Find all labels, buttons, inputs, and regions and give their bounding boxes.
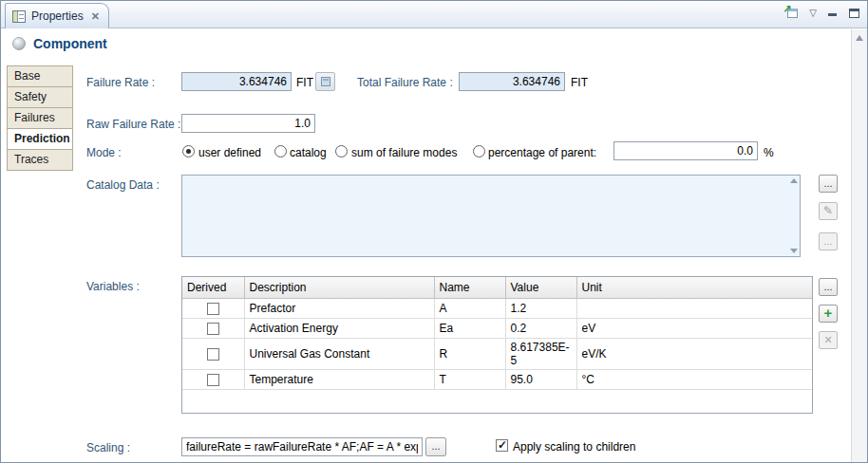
view-tabbar: Properties ✕ ↗ ▽ (1, 1, 867, 28)
derived-checkbox[interactable] (207, 374, 219, 386)
cell-unit[interactable] (576, 298, 812, 318)
sidebar-tab-safety[interactable]: Safety (7, 86, 73, 108)
scroll-up-icon[interactable] (790, 178, 798, 183)
cell-name[interactable]: R (434, 338, 505, 369)
cell-value[interactable]: 1.2 (505, 298, 576, 318)
catalog-data-textarea[interactable] (181, 175, 801, 257)
cell-unit[interactable]: eV/K (576, 338, 812, 369)
add-icon: + (824, 305, 833, 321)
apply-scaling-label: Apply scaling to children (513, 440, 635, 454)
apply-scaling-checkbox[interactable] (496, 439, 508, 452)
mode-label: Mode : (86, 146, 122, 159)
scroll-down-icon[interactable] (790, 249, 798, 253)
col-header-unit[interactable]: Unit (576, 277, 812, 298)
tab-properties-label: Properties (31, 9, 84, 23)
sidebar-tab-prediction[interactable]: Prediction (7, 128, 73, 150)
cell-unit[interactable]: °C (576, 369, 812, 389)
cell-description[interactable]: Prefactor (244, 298, 434, 318)
add-variable-button[interactable]: + (819, 305, 838, 323)
maximize-icon[interactable] (849, 9, 859, 18)
total-failure-rate-unit: FIT (571, 76, 588, 89)
scaling-edit-button[interactable]: ... (425, 437, 446, 456)
total-failure-rate-field[interactable] (459, 72, 565, 91)
catalog-data-area (181, 175, 801, 257)
scaling-field[interactable] (181, 437, 423, 456)
scrollbar-up-icon[interactable] (856, 35, 863, 41)
radio-sum-of-failure-modes[interactable] (335, 145, 348, 157)
window-arrow-icon[interactable]: ↗ (783, 7, 798, 19)
delete-variable-button[interactable]: ✕ (819, 331, 838, 349)
copy-failure-rate-button[interactable] (315, 72, 335, 91)
radio-catalog[interactable] (274, 145, 287, 157)
properties-view-window: Properties ✕ ↗ ▽ Component Base Safety F… (0, 0, 868, 463)
derived-checkbox[interactable] (207, 303, 219, 315)
failure-rate-unit: FIT (296, 76, 313, 89)
delete-icon: ✕ (823, 334, 832, 345)
radio-catalog-label: catalog (290, 146, 327, 159)
table-row[interactable]: Activation Energy Ea 0.2 eV (182, 318, 812, 338)
cell-name[interactable]: A (434, 298, 505, 318)
cell-value[interactable]: 95.0 (505, 369, 576, 389)
variables-more-button[interactable]: ... (819, 278, 838, 296)
sidebar-tab-base[interactable]: Base (7, 65, 73, 87)
total-failure-rate-label: Total Failure Rate : (357, 76, 453, 89)
form-header: Component (1, 29, 851, 58)
properties-icon (12, 10, 26, 23)
cell-description[interactable]: Universal Gas Constant (244, 338, 434, 369)
catalog-data-label: Catalog Data : (86, 178, 160, 192)
col-header-value[interactable]: Value (505, 277, 576, 298)
table-row[interactable]: Prefactor A 1.2 (182, 298, 812, 318)
cell-name[interactable]: Ea (434, 318, 505, 338)
sidebar-tab-traces[interactable]: Traces (7, 149, 73, 171)
table-header-row: Derived Description Name Value Unit (182, 277, 812, 298)
vertical-scrollbar[interactable] (851, 29, 867, 462)
component-icon (12, 37, 26, 50)
percentage-unit: % (764, 146, 774, 159)
cell-unit[interactable]: eV (576, 318, 812, 338)
sidebar-tab-failures[interactable]: Failures (7, 107, 73, 129)
col-header-name[interactable]: Name (434, 277, 505, 298)
radio-user-defined-label: user defined (198, 146, 261, 159)
table-row[interactable]: Temperature T 95.0 °C (182, 369, 812, 389)
minimize-icon[interactable] (828, 9, 838, 17)
raw-failure-rate-field[interactable] (181, 114, 315, 133)
cell-value[interactable]: 8.617385E-5 (505, 338, 576, 369)
failure-rate-label: Failure Rate : (86, 76, 155, 89)
variables-table-wrap: Derived Description Name Value Unit Pref… (181, 276, 813, 414)
catalog-more-button[interactable]: ... (819, 232, 838, 250)
radio-user-defined[interactable] (182, 145, 195, 157)
cell-value[interactable]: 0.2 (505, 318, 576, 338)
percentage-field[interactable] (613, 141, 758, 160)
radio-percentage-of-parent[interactable] (473, 145, 485, 157)
scaling-label: Scaling : (86, 441, 130, 454)
page-title: Component (33, 36, 107, 51)
view-toolbar: ↗ ▽ (783, 7, 859, 19)
cell-description[interactable]: Activation Energy (244, 318, 434, 338)
green-arrow-glyph: ↗ (783, 3, 791, 15)
derived-checkbox[interactable] (207, 323, 219, 335)
col-header-description[interactable]: Description (244, 277, 434, 298)
catalog-browse-button[interactable]: ... (819, 175, 838, 193)
view-menu-icon[interactable]: ▽ (809, 9, 817, 18)
close-icon[interactable]: ✕ (91, 10, 100, 23)
col-header-derived[interactable]: Derived (182, 277, 244, 298)
variables-table: Derived Description Name Value Unit Pref… (182, 277, 812, 390)
tab-properties[interactable]: Properties ✕ (5, 3, 109, 28)
table-row[interactable]: Universal Gas Constant R 8.617385E-5 eV/… (182, 338, 812, 369)
failure-rate-field[interactable] (181, 72, 292, 91)
radio-sum-of-failure-modes-label: sum of failure modes (351, 146, 457, 159)
edit-icon: ✎ (823, 204, 833, 217)
derived-checkbox[interactable] (207, 348, 219, 361)
copy-icon (321, 77, 330, 86)
variables-label: Variables : (86, 280, 140, 293)
cell-description[interactable]: Temperature (244, 369, 434, 389)
cell-name[interactable]: T (434, 369, 505, 389)
radio-percentage-of-parent-label: percentage of parent: (488, 146, 596, 159)
catalog-edit-button[interactable]: ✎ (819, 202, 838, 220)
raw-failure-rate-label: Raw Failure Rate : (86, 118, 180, 131)
